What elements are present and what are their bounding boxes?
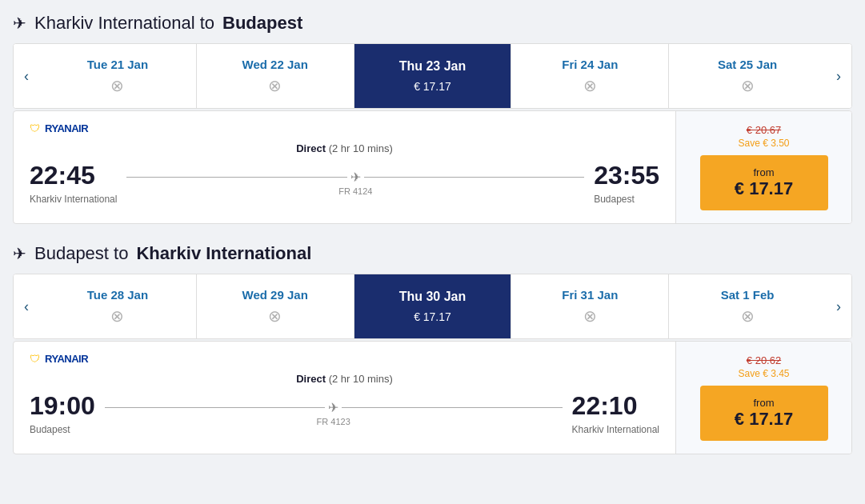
price-label: € 17.17 bbox=[716, 409, 812, 430]
buy-button[interactable]: from € 17.17 bbox=[700, 155, 828, 210]
date-label: Wed 29 Jan bbox=[242, 288, 308, 302]
date-label: Fri 31 Jan bbox=[562, 288, 618, 302]
original-price: € 20.62 bbox=[747, 354, 781, 366]
line-left bbox=[126, 177, 346, 178]
flight-route: 19:00Budapest ✈ FR 4123 22:10Kharkiv Int… bbox=[30, 391, 659, 435]
flight-section: ✈ Budapest to Kharkiv International‹Tue … bbox=[13, 243, 852, 454]
flight-line: ✈ FR 4123 bbox=[105, 400, 563, 426]
line-right bbox=[342, 407, 562, 408]
line-bar: ✈ bbox=[105, 400, 563, 415]
next-date-button[interactable]: › bbox=[826, 44, 851, 108]
no-price-icon: ⊗ bbox=[268, 76, 282, 95]
price-label: € 17.17 bbox=[716, 178, 812, 199]
prev-date-button[interactable]: ‹ bbox=[14, 44, 39, 108]
date-label: Wed 22 Jan bbox=[242, 58, 308, 71]
flight-line: ✈ FR 4124 bbox=[126, 170, 584, 196]
no-price-icon: ⊗ bbox=[268, 306, 282, 326]
direct-info: Direct (2 hr 10 mins) bbox=[30, 142, 659, 154]
original-price: € 20.67 bbox=[747, 124, 781, 136]
plane-icon: ✈ bbox=[13, 244, 26, 263]
depart-time: 22:45 bbox=[30, 161, 117, 190]
flight-card: 🛡 RYANAIR Direct (2 hr 10 mins)22:45Khar… bbox=[13, 110, 852, 224]
destination: Budapest bbox=[222, 13, 302, 34]
date-label: Sat 25 Jan bbox=[718, 58, 777, 71]
date-tab[interactable]: Fri 31 Jan⊗ bbox=[511, 274, 668, 338]
date-carousel: ‹Tue 28 Jan⊗Wed 29 Jan⊗Thu 30 Jan€ 17.17… bbox=[13, 274, 852, 339]
date-tab[interactable]: Tue 21 Jan⊗ bbox=[39, 44, 196, 108]
destination: Kharkiv International bbox=[136, 243, 311, 264]
section-title: ✈ Kharkiv International to Budapest bbox=[13, 13, 852, 34]
no-price-icon: ⊗ bbox=[583, 306, 597, 326]
date-tab[interactable]: Fri 24 Jan⊗ bbox=[511, 44, 668, 108]
date-tab[interactable]: Sat 1 Feb⊗ bbox=[668, 274, 826, 338]
no-price-icon: ⊗ bbox=[583, 76, 597, 95]
date-tab[interactable]: Wed 29 Jan⊗ bbox=[196, 274, 354, 338]
line-left bbox=[105, 407, 325, 408]
date-tab[interactable]: Sat 25 Jan⊗ bbox=[668, 44, 826, 108]
flight-section: ✈ Kharkiv International to Budapest‹Tue … bbox=[13, 13, 852, 224]
next-date-button[interactable]: › bbox=[826, 274, 851, 338]
from-label: from bbox=[716, 166, 812, 178]
date-label: Fri 24 Jan bbox=[562, 58, 618, 71]
flight-card: 🛡 RYANAIR Direct (2 hr 10 mins)19:00Buda… bbox=[13, 341, 852, 454]
flight-route: 22:45Kharkiv International ✈ FR 4124 23:… bbox=[30, 161, 659, 205]
date-label: Tue 21 Jan bbox=[87, 58, 148, 71]
no-price-icon: ⊗ bbox=[741, 306, 755, 326]
price-box: € 20.67Save € 3.50 from € 17.17 bbox=[675, 111, 851, 223]
depart-block: 19:00Budapest bbox=[30, 391, 95, 435]
arrive-time: 22:10 bbox=[572, 391, 659, 421]
arrive-airport: Budapest bbox=[594, 194, 659, 205]
plane-icon: ✈ bbox=[13, 14, 26, 33]
from-label: from bbox=[716, 397, 812, 409]
no-price-icon: ⊗ bbox=[110, 76, 124, 95]
airline-name: RYANAIR bbox=[45, 122, 88, 134]
date-label: Sat 1 Feb bbox=[721, 288, 775, 302]
date-label: Thu 23 Jan bbox=[399, 59, 467, 74]
section-title: ✈ Budapest to Kharkiv International bbox=[13, 243, 852, 264]
direct-info: Direct (2 hr 10 mins) bbox=[30, 373, 659, 385]
date-carousel: ‹Tue 21 Jan⊗Wed 22 Jan⊗Thu 23 Jan€ 17.17… bbox=[13, 43, 852, 109]
date-tab[interactable]: Tue 28 Jan⊗ bbox=[39, 274, 196, 338]
date-price: € 17.17 bbox=[414, 310, 451, 323]
buy-button[interactable]: from € 17.17 bbox=[700, 386, 828, 441]
plane-route-icon: ✈ bbox=[350, 170, 361, 185]
save-text: Save € 3.50 bbox=[738, 138, 789, 149]
depart-airport: Kharkiv International bbox=[30, 194, 117, 205]
depart-airport: Budapest bbox=[30, 424, 95, 435]
line-bar: ✈ bbox=[126, 170, 584, 185]
airline-name: RYANAIR bbox=[45, 353, 88, 365]
price-box: € 20.62Save € 3.45 from € 17.17 bbox=[675, 342, 851, 454]
date-tab[interactable]: Thu 23 Jan€ 17.17 bbox=[354, 44, 511, 108]
prev-date-button[interactable]: ‹ bbox=[14, 274, 39, 338]
depart-block: 22:45Kharkiv International bbox=[30, 161, 117, 205]
date-label: Tue 28 Jan bbox=[87, 288, 148, 302]
no-price-icon: ⊗ bbox=[110, 306, 124, 326]
date-label: Thu 30 Jan bbox=[399, 290, 467, 304]
depart-time: 19:00 bbox=[30, 391, 95, 421]
no-price-icon: ⊗ bbox=[741, 76, 755, 95]
arrive-block: 23:55Budapest bbox=[594, 161, 659, 205]
flight-details: 🛡 RYANAIR Direct (2 hr 10 mins)19:00Buda… bbox=[14, 342, 675, 454]
arrive-time: 23:55 bbox=[594, 161, 659, 190]
flight-number: FR 4123 bbox=[317, 417, 350, 426]
date-tab[interactable]: Wed 22 Jan⊗ bbox=[196, 44, 354, 108]
date-tab[interactable]: Thu 30 Jan€ 17.17 bbox=[354, 274, 511, 338]
plane-route-icon: ✈ bbox=[328, 400, 338, 415]
airline-header: 🛡 RYANAIR bbox=[30, 353, 659, 365]
flight-details: 🛡 RYANAIR Direct (2 hr 10 mins)22:45Khar… bbox=[14, 111, 675, 223]
airline-header: 🛡 RYANAIR bbox=[30, 122, 659, 134]
save-text: Save € 3.45 bbox=[738, 368, 789, 379]
arrive-airport: Kharkiv International bbox=[572, 424, 659, 435]
airline-shield-icon: 🛡 bbox=[30, 353, 40, 365]
line-right bbox=[364, 177, 584, 178]
arrive-block: 22:10Kharkiv International bbox=[572, 391, 659, 435]
flight-number: FR 4124 bbox=[338, 186, 372, 196]
date-price: € 17.17 bbox=[414, 80, 451, 93]
airline-shield-icon: 🛡 bbox=[30, 122, 40, 134]
